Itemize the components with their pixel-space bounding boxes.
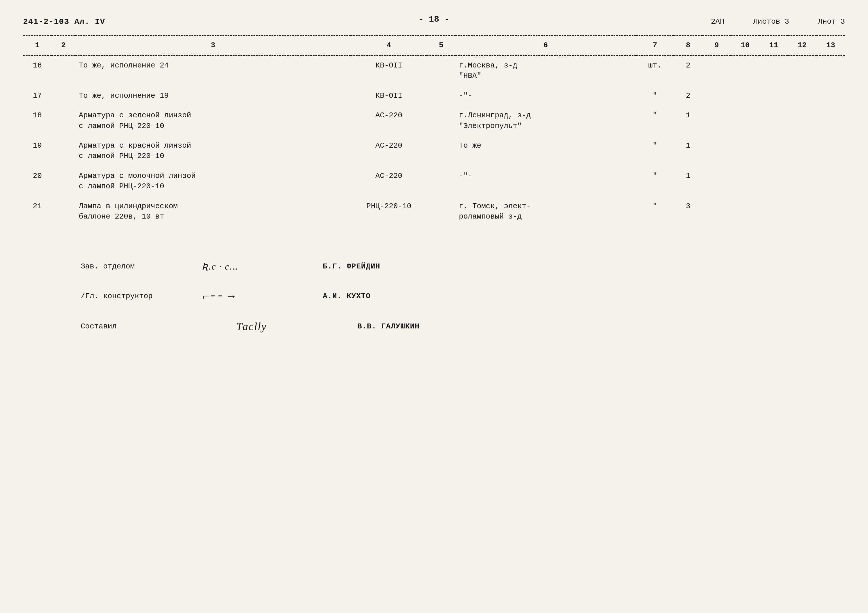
- table-cell: Арматура с молочной линзойс лампой РНЦ-2…: [75, 166, 351, 196]
- table-cell: [51, 106, 75, 136]
- table-cell: 17: [23, 86, 51, 106]
- table-cell: КВ-ОII: [351, 55, 427, 86]
- table-cell: [427, 166, 455, 196]
- table-cell: АС-220: [351, 106, 427, 136]
- meta-code: 2АП: [711, 17, 724, 26]
- table-cell: [702, 166, 731, 196]
- table-cell: То же, исполнение 19: [75, 86, 351, 106]
- table-cell: [731, 55, 760, 86]
- table-cell: 3: [674, 196, 702, 227]
- col-header-1: 1: [23, 36, 51, 55]
- table-cell: г.Москва, з-д"НВА": [455, 55, 636, 86]
- sig-label-3: Составил: [81, 322, 190, 331]
- table-cell: То же, исполнение 24: [75, 55, 351, 86]
- main-table: 1 2 3 4 5 6 7 8 9 10 11 12 13 16То же, и…: [23, 35, 845, 227]
- sig-name-2: А.И. КУХТО: [323, 292, 370, 300]
- table-cell: [427, 55, 455, 86]
- table-cell: [760, 55, 788, 86]
- table-cell: ": [636, 166, 674, 196]
- col-header-6: 6: [455, 36, 636, 55]
- sig-handwriting-3: Тасlly: [236, 320, 346, 333]
- sig-name-1: Б.Г. ФРЕЙДИН: [323, 262, 380, 271]
- table-cell: ": [636, 136, 674, 166]
- table-cell: [760, 166, 788, 196]
- table-cell: [427, 86, 455, 106]
- table-row: 19Арматура с красной линзойс лампой РНЦ-…: [23, 136, 845, 166]
- table-cell: Лампа в цилиндрическомбаллоне 220в, 10 в…: [75, 196, 351, 227]
- table-cell: 19: [23, 136, 51, 166]
- table-cell: [427, 106, 455, 136]
- table-cell: 1: [674, 106, 702, 136]
- table-cell: [731, 166, 760, 196]
- table-cell: Арматура с красной линзойс лампой РНЦ-22…: [75, 136, 351, 166]
- col-header-4: 4: [351, 36, 427, 55]
- table-cell: 16: [23, 55, 51, 86]
- table-cell: [702, 136, 731, 166]
- col-header-10: 10: [731, 36, 760, 55]
- table-cell: [817, 196, 845, 227]
- table-cell: 21: [23, 196, 51, 227]
- table-cell: [817, 166, 845, 196]
- table-cell: [788, 106, 817, 136]
- sig-row-2: /Гл. конструктор ⌐╴╴→ А.И. КУХТО: [81, 289, 845, 303]
- col-header-12: 12: [788, 36, 817, 55]
- table-cell: [702, 196, 731, 227]
- table-cell: г. Томск, элект-роламповый з-д: [455, 196, 636, 227]
- table-cell: -"-: [455, 166, 636, 196]
- page-number: - 18 -: [418, 14, 450, 24]
- table-cell: ": [636, 106, 674, 136]
- sig-row-3: Составил Тасlly В.В. ГАЛУШКИН: [81, 320, 845, 333]
- table-cell: [702, 106, 731, 136]
- table-cell: 20: [23, 166, 51, 196]
- top-right-meta: 2АП Листов 3 Лнот 3: [711, 17, 845, 26]
- table-cell: [731, 196, 760, 227]
- table-cell: [51, 166, 75, 196]
- signatures-section: Зав. отделом Ʀ.с · с… Б.Г. ФРЕЙДИН /Гл. …: [81, 261, 845, 333]
- table-cell: [817, 136, 845, 166]
- table-cell: [51, 136, 75, 166]
- col-header-2: 2: [51, 36, 75, 55]
- table-cell: РНЦ-220-10: [351, 196, 427, 227]
- sig-name-3: В.В. ГАЛУШКИН: [357, 322, 420, 331]
- table-cell: [702, 55, 731, 86]
- sig-label-1: Зав. отделом: [81, 262, 190, 271]
- col-header-11: 11: [760, 36, 788, 55]
- table-row: 18Арматура с зеленой линзойс лампой РНЦ-…: [23, 106, 845, 136]
- table-cell: [760, 196, 788, 227]
- table-cell: [427, 196, 455, 227]
- table-cell: [788, 196, 817, 227]
- table-cell: [427, 136, 455, 166]
- col-header-5: 5: [427, 36, 455, 55]
- sig-handwriting-1: Ʀ.с · с…: [202, 261, 311, 272]
- table-cell: 2: [674, 86, 702, 106]
- table-cell: ": [636, 196, 674, 227]
- table-cell: [702, 86, 731, 106]
- table-row: 16То же, исполнение 24КВ-ОIIг.Москва, з-…: [23, 55, 845, 86]
- table-cell: г.Ленинград, з-д"Электропульт": [455, 106, 636, 136]
- table-header-row: 1 2 3 4 5 6 7 8 9 10 11 12 13: [23, 36, 845, 55]
- table-cell: [817, 86, 845, 106]
- table-cell: АС-220: [351, 136, 427, 166]
- table-cell: 18: [23, 106, 51, 136]
- table-cell: 1: [674, 166, 702, 196]
- col-header-3: 3: [75, 36, 351, 55]
- table-cell: [731, 86, 760, 106]
- table-cell: [760, 86, 788, 106]
- sig-label-2: /Гл. конструктор: [81, 292, 190, 300]
- listov-label: Листов 3: [753, 17, 789, 26]
- col-header-13: 13: [817, 36, 845, 55]
- table-cell: 1: [674, 136, 702, 166]
- table-cell: ": [636, 86, 674, 106]
- table-cell: [788, 86, 817, 106]
- table-cell: Арматура с зеленой линзойс лампой РНЦ-22…: [75, 106, 351, 136]
- table-cell: [788, 136, 817, 166]
- col-header-7: 7: [636, 36, 674, 55]
- table-cell: КВ-ОII: [351, 86, 427, 106]
- table-cell: -"-: [455, 86, 636, 106]
- table-cell: [760, 106, 788, 136]
- table-cell: [788, 55, 817, 86]
- table-row: 21Лампа в цилиндрическомбаллоне 220в, 10…: [23, 196, 845, 227]
- table-cell: АС-220: [351, 166, 427, 196]
- table-row: 17То же, исполнение 19КВ-ОII-"-"2: [23, 86, 845, 106]
- table-cell: [51, 196, 75, 227]
